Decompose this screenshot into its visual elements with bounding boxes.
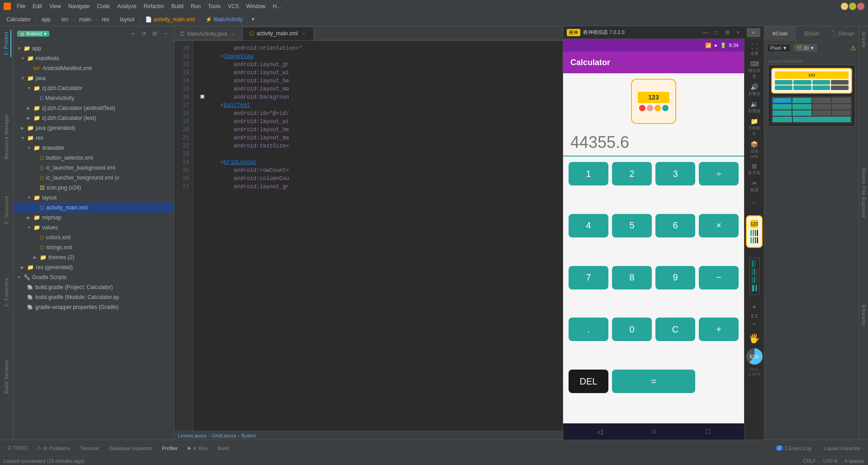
calc-btn-minus[interactable]: − (699, 266, 739, 289)
emu-min-button[interactable]: — (702, 28, 710, 37)
calc-btn-plus[interactable]: + (699, 318, 739, 341)
tree-item-res[interactable]: ▼ 📁 res (14, 133, 174, 143)
tree-item-test[interactable]: ▶ 📁 zj.dzh.Calculator (test) (14, 113, 174, 123)
sync-button[interactable]: ⟳ (139, 29, 148, 38)
emu-back-button[interactable]: « (747, 28, 760, 37)
menu-file[interactable]: File (14, 2, 28, 11)
tree-item-mainactivity[interactable]: C MainActivity (14, 93, 174, 103)
menu-tools[interactable]: Tools (205, 2, 224, 11)
emu-settings-button[interactable]: ⚙ (723, 28, 731, 37)
tree-item-strings[interactable]: ⬡ strings.xml (14, 242, 174, 252)
tree-item-activity-main[interactable]: ⬡ activity_main.xml (14, 203, 174, 213)
calc-btn-div[interactable]: ÷ (699, 162, 739, 185)
breadcrumb-res[interactable]: res (98, 14, 113, 24)
code-view-tab[interactable]: ≡ Code (764, 26, 796, 41)
tree-item-androidtest[interactable]: ▶ 📁 zj.dzh.Calculator (androidTest) (14, 103, 174, 113)
build-variants-tab[interactable]: Build Variants (2, 358, 11, 395)
tree-item-mipmap[interactable]: ▶ 📁 mipmap (14, 213, 174, 223)
calc-btn-mul[interactable]: × (699, 214, 739, 237)
menu-analyze[interactable]: Analyze (114, 2, 140, 11)
close-button[interactable]: × (857, 3, 864, 10)
zoom-plus-btn[interactable]: + (752, 303, 756, 311)
calc-btn-8[interactable]: 8 (612, 266, 652, 289)
emu-install-btn[interactable]: 📦 安装APK (746, 139, 763, 160)
tree-item-java[interactable]: ▼ 📁 java (14, 73, 174, 83)
tree-item-java-generated[interactable]: ▶ 📁 java (generated) (14, 123, 174, 133)
breadcrumb-src[interactable]: src (57, 14, 72, 24)
tree-item-res-generated[interactable]: ▶ 📁 res (generated) (14, 262, 174, 272)
zoom-level-selector[interactable]: 🌿 30 ▼ (793, 44, 817, 52)
calc-btn-dot[interactable]: . (569, 318, 608, 341)
calc-btn-5[interactable]: 5 (612, 214, 652, 237)
tree-item-drawable[interactable]: ▼ 📁 drawable (14, 143, 174, 153)
device-file-side-tab[interactable]: Device File Explorer (859, 166, 868, 219)
favorites-tab[interactable]: 2: Favorites (2, 276, 11, 308)
back-nav-icon[interactable]: ◁ (597, 427, 602, 436)
minimize-button[interactable]: − (841, 3, 848, 10)
terminal-tab[interactable]: Terminal (76, 444, 104, 453)
gear-icon[interactable]: ⚙ (150, 29, 159, 38)
calc-btn-clear[interactable]: C (655, 318, 695, 341)
pixel-selector[interactable]: Pixel ▼ (767, 44, 791, 52)
calc-btn-2[interactable]: 2 (612, 162, 652, 185)
emu-vol-down-btn[interactable]: 🔉 音量减 (746, 99, 763, 115)
tab-close-button[interactable]: × (301, 30, 307, 37)
menu-edit[interactable]: Edit (29, 2, 45, 11)
tree-item-icon-png[interactable]: 🖼 icon.png (v24) (14, 183, 174, 193)
tree-item-gradle-scripts[interactable]: ▼ 🔧 Gradle Scripts (14, 272, 174, 282)
tree-item-themes[interactable]: ▶ 📁 themes (2) (14, 252, 174, 262)
tab-mainactivity[interactable]: C MainActivity.java × (174, 27, 243, 40)
pointer-tool-btn[interactable]: 🖐 (747, 331, 762, 346)
breadcrumb-button[interactable]: Button (242, 433, 256, 438)
emulator-side-tab[interactable]: Emulator (859, 303, 868, 328)
tree-item-values[interactable]: ▼ 📁 values (14, 223, 174, 232)
breadcrumb-calculator[interactable]: Calculator (3, 14, 34, 24)
menu-help[interactable]: H... (270, 2, 285, 11)
run-tab[interactable]: ▶ 4: Run (183, 443, 212, 453)
database-inspector-tab[interactable]: Database Inspector (104, 444, 157, 453)
emu-more-btn[interactable]: ··· (746, 195, 763, 209)
emu-close-button[interactable]: × (734, 28, 742, 37)
new-file-button[interactable]: + (128, 29, 138, 38)
breadcrumb-layout[interactable]: layout (116, 14, 138, 24)
minimize-panel-button[interactable]: − (161, 29, 170, 38)
recent-nav-icon[interactable]: □ (706, 427, 711, 436)
layout-inspector-tab[interactable]: Layout Inspector (820, 444, 865, 453)
design-view-tab[interactable]: ⬛ Design (827, 26, 859, 41)
calc-btn-6[interactable]: 6 (655, 214, 695, 237)
menu-view[interactable]: View (46, 2, 64, 11)
project-tab[interactable]: 1: Project (2, 30, 11, 57)
calc-btn-1[interactable]: 1 (569, 162, 608, 185)
tab-activity-main[interactable]: ⬡ activity_main.xml × (243, 27, 313, 40)
calc-btn-equals[interactable]: = (612, 370, 695, 393)
tree-item-launcher-bg[interactable]: ⬡ ic_launcher_background.xml (14, 163, 174, 173)
breadcrumb-file[interactable]: 📄 activity_main.xml (142, 14, 199, 24)
menu-vcs[interactable]: VCS (225, 2, 242, 11)
gradle-side-tab[interactable]: Gradle (859, 30, 868, 50)
split-view-tab[interactable]: ⊟ Split (796, 26, 828, 41)
menu-window[interactable]: Window (243, 2, 269, 11)
tree-item-manifests[interactable]: ▼ 📁 manifests (14, 53, 174, 63)
tree-item-colors[interactable]: ⬡ colors.xml (14, 232, 174, 242)
breadcrumb-main[interactable]: main (76, 14, 95, 24)
breadcrumb-linearlayout[interactable]: LinearLayout (178, 433, 207, 438)
tree-item-build-gradle-project[interactable]: 🐘 build.gradle (Project: Calculator) (14, 282, 174, 292)
tree-item-build-gradle-module[interactable]: 🐘 build.gradle (Module: Calculator.ap (14, 292, 174, 302)
emu-file-btn[interactable]: 📁 文件助手 (746, 116, 763, 138)
resource-manager-tab[interactable]: Resource Manager (2, 112, 11, 161)
zoom-minus-btn[interactable]: − (752, 320, 756, 328)
emu-screenshot-btn[interactable]: ✂ 截屏 (746, 178, 763, 195)
emu-fullscreen-btn[interactable]: ⛶ 全屏 (746, 42, 763, 58)
calc-btn-4[interactable]: 4 (569, 214, 608, 237)
tree-item-layout[interactable]: ▼ 📁 layout (14, 193, 174, 203)
build-tab[interactable]: Build (213, 444, 233, 453)
todo-tab[interactable]: ☑ TODO (3, 443, 32, 453)
tab-close-button[interactable]: × (230, 31, 236, 37)
maximize-button[interactable]: □ (849, 3, 856, 10)
home-nav-icon[interactable]: ○ (652, 427, 656, 436)
calc-btn-9[interactable]: 9 (655, 266, 695, 289)
menu-refactor[interactable]: Refactor (141, 2, 167, 11)
problems-tab[interactable]: ⚠ 6: Problems (33, 443, 75, 453)
code-area[interactable]: android:orientation=" <ImageView android… (193, 41, 563, 431)
tree-item-launcher-fg[interactable]: ⬡ ic_launcher_foreground.xml (v (14, 173, 174, 183)
